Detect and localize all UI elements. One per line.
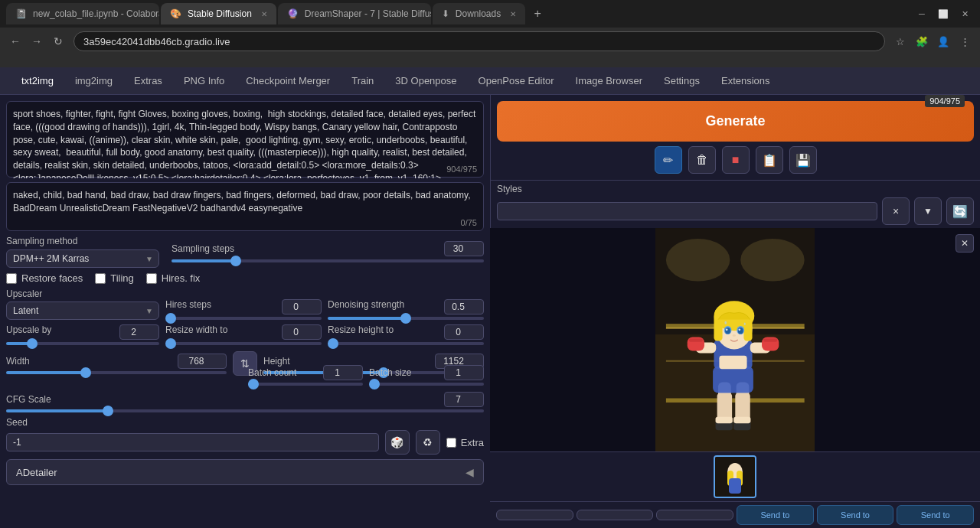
hires-fix-checkbox[interactable]: Hires. fix [146,272,201,284]
nav-txt2img[interactable]: txt2img [12,70,63,91]
trash-button[interactable]: 🗑 [688,146,716,174]
seed-input[interactable] [6,433,379,451]
nav-pnginfo[interactable]: PNG Info [175,70,234,91]
nav-train[interactable]: Train [342,70,383,91]
adetailer-collapse-icon: ◀ [466,466,474,478]
send-to-button-4[interactable]: Send to [737,505,814,525]
resize-width-input[interactable] [282,324,322,340]
positive-prompt-textarea[interactable]: sport shoes, fighter, fight, fight Glove… [7,102,483,178]
upscale-by-slider[interactable] [6,342,159,345]
profile-button[interactable]: 👤 [934,32,952,51]
resize-height-input[interactable] [444,324,484,340]
send-to-button-2[interactable] [577,510,654,520]
maximize-button[interactable]: ⬜ [934,5,952,23]
send-buttons-row: Send to Send to Send to [490,501,980,528]
negative-prompt-textarea[interactable]: naked, child, bad hand, bad draw, bad dr… [7,183,483,233]
generate-button[interactable]: Generate [497,101,974,142]
denoising-slider[interactable] [328,317,484,320]
new-tab-button[interactable]: + [527,3,548,24]
resize-width-label: Resize width to [165,324,227,340]
svg-rect-42 [729,478,741,494]
styles-input[interactable] [497,202,877,220]
batch-count-slider[interactable] [248,383,363,386]
tab-stable-diffusion[interactable]: 🎨 Stable Diffusion ✕ [161,3,276,24]
tiling-checkbox[interactable]: Tiling [95,272,134,284]
clipboard-button[interactable]: 📋 [756,146,783,174]
styles-clear-button[interactable]: × [882,197,910,225]
resize-width-slider[interactable] [165,342,322,345]
thumbnail-1[interactable] [714,455,756,498]
address-bar-input[interactable] [74,31,885,51]
upscaler-label: Upscaler [6,288,159,299]
reload-button[interactable]: ↻ [49,32,67,51]
hires-steps-slider[interactable] [165,317,322,320]
cfg-scale-input[interactable] [444,392,484,407]
tab-colaboratory[interactable]: 📓 new_colab_file.ipynb - Colabora... ✕ [6,3,159,24]
bookmark-button[interactable]: ☆ [891,32,910,51]
send-to-button-5[interactable]: Send to [817,505,894,525]
nav-extras[interactable]: Extras [125,70,172,91]
send-to-button-6[interactable]: Send to [897,505,974,525]
resize-width-group: Resize width to [165,324,322,345]
batch-count-input[interactable] [323,365,363,380]
stop-button[interactable]: ■ [722,146,750,174]
upscaler-select[interactable]: Latent [6,301,159,320]
back-button[interactable]: ← [6,32,24,51]
styles-dropdown-button[interactable]: ▼ [914,197,942,225]
batch-section: Batch count Batch size [6,365,484,386]
save-button[interactable]: 💾 [789,146,817,174]
sampling-steps-slider[interactable] [172,259,484,262]
extra-checkbox-input[interactable] [446,438,456,448]
counter-tooltip: 904/975 [925,95,965,107]
send-to-button-1[interactable] [496,510,573,520]
nav-settings[interactable]: Settings [655,70,709,91]
extension-button[interactable]: 🧩 [913,32,931,51]
nav-extensions[interactable]: Extensions [712,70,779,91]
tab-icon-dl: ⬇ [442,8,449,19]
upscaler-select-wrapper: Latent [6,301,159,320]
upscale-by-input[interactable] [119,324,159,340]
restore-faces-checkbox[interactable]: Restore faces [6,272,83,284]
close-window-button[interactable]: ✕ [956,5,974,23]
restore-faces-input[interactable] [6,273,17,284]
window-controls: ─ ⬜ ✕ [913,5,974,23]
batch-count-label: Batch count [248,367,296,378]
denoising-input[interactable] [444,299,484,315]
sampling-steps-input[interactable] [444,241,484,256]
negative-prompt-counter: 0/75 [461,218,477,227]
tab-downloads[interactable]: ⬇ Downloads ✕ [433,3,525,24]
batch-size-input[interactable] [444,365,484,380]
minimize-button[interactable]: ─ [913,5,931,23]
tab-label-sd: Stable Diffusion [188,8,252,19]
seed-recycle-button[interactable]: ♻ [416,430,440,455]
sampling-method-select[interactable]: DPM++ 2M Karras [6,249,159,268]
nav-3d-openpose[interactable]: 3D Openpose [386,70,466,91]
resize-height-slider[interactable] [328,342,484,345]
tab-dreamshaper[interactable]: 🔮 DreamShaper - 7 | Stable Diffusi... ✕ [278,3,431,24]
app-container: txt2img img2img Extras PNG Info Checkpoi… [0,67,980,528]
styles-refresh-button[interactable]: 🔄 [946,197,974,225]
right-top: Generate ✏ 🗑 ■ 📋 💾 Styles × ▼ [490,95,980,228]
hires-fix-input[interactable] [146,273,157,284]
nav-checkpoint-merger[interactable]: Checkpoint Merger [237,70,339,91]
seed-dice-button[interactable]: 🎲 [385,430,410,455]
adetailer-section[interactable]: ADetailer ◀ [6,459,484,485]
svg-point-24 [738,328,740,331]
pencil-button[interactable]: ✏ [655,146,682,174]
tab-close-dl[interactable]: ✕ [510,10,516,18]
extra-checkbox[interactable]: Extra [446,437,484,448]
nav-img2img[interactable]: img2img [66,70,122,91]
forward-button[interactable]: → [28,32,46,51]
cfg-scale-slider[interactable] [6,409,484,412]
sampling-method-label: Sampling method [6,236,159,246]
nav-openpose-editor[interactable]: OpenPose Editor [469,70,564,91]
send-to-button-3[interactable] [656,510,733,520]
tab-label-dl: Downloads [456,8,501,19]
close-image-button[interactable]: ✕ [956,234,974,253]
nav-image-browser[interactable]: Image Browser [567,70,652,91]
batch-size-slider[interactable] [369,383,484,386]
more-options-button[interactable]: ⋮ [956,32,974,51]
tab-close-sd[interactable]: ✕ [261,10,267,18]
tiling-input[interactable] [95,273,106,284]
hires-steps-input[interactable] [282,299,322,315]
